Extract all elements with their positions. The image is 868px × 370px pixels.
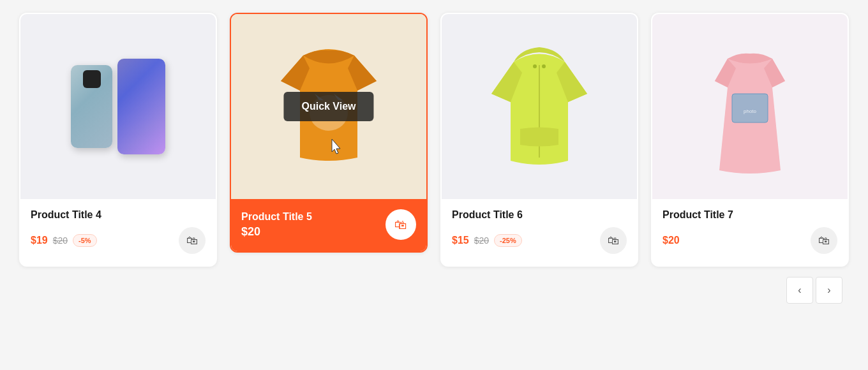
price-current-5: $20 [241, 225, 260, 238]
product-image-4 [20, 14, 216, 199]
price-badge-6: -25% [494, 234, 522, 247]
add-to-cart-5[interactable]: 🛍 [385, 209, 416, 240]
product-title-7: Product Title 7 [662, 209, 837, 221]
price-current-7: $20 [662, 235, 680, 246]
product-card-4: Product Title 4 $19 $20 -5% 🛍 [19, 13, 217, 267]
price-row-6: $15 $20 -25% 🛍 [452, 227, 627, 254]
product-card-5: Quick View Product Title 5 $20 🛍 [230, 13, 428, 253]
add-to-cart-7[interactable]: 🛍 [811, 227, 837, 254]
product-grid: Product Title 4 $19 $20 -5% 🛍 [13, 13, 855, 267]
hoodie-svg [479, 33, 600, 180]
price-group-4: $19 $20 -5% [31, 234, 97, 247]
product-card-6: Product Title 6 $15 $20 -25% 🛍 [440, 13, 638, 267]
product-info-4: Product Title 4 $19 $20 -5% 🛍 [20, 199, 216, 265]
price-original-4: $20 [53, 235, 68, 246]
price-group-7: $20 [662, 235, 680, 246]
product-title-5: Product Title 5 [241, 211, 312, 223]
prev-button[interactable]: ‹ [786, 277, 813, 304]
product-image-6 [442, 14, 637, 199]
next-button[interactable]: › [816, 277, 842, 304]
product-info-5: Product Title 5 $20 🛍 [231, 199, 426, 251]
cart-icon-6: 🛍 [608, 234, 619, 248]
price-original-6: $20 [474, 235, 489, 246]
svg-text:photo: photo [744, 108, 757, 114]
product-title-4: Product Title 4 [31, 209, 206, 221]
page-wrapper: Product Title 4 $19 $20 -5% 🛍 [13, 13, 855, 357]
cursor-indicator [329, 139, 344, 161]
quick-view-label: Quick View [301, 101, 355, 112]
product-image-7: photo [652, 14, 848, 199]
price-group-6: $15 $20 -25% [452, 234, 522, 247]
add-to-cart-4[interactable]: 🛍 [179, 227, 206, 254]
add-to-cart-6[interactable]: 🛍 [600, 227, 627, 254]
svg-point-5 [542, 64, 546, 68]
nav-arrows: ‹ › [786, 277, 842, 304]
product-card-7: photo Product Title 7 $20 🛍 [651, 13, 849, 267]
prev-icon: ‹ [798, 285, 801, 296]
next-icon: › [827, 285, 830, 296]
price-current-4: $19 [31, 235, 48, 246]
phone-body-1 [71, 65, 112, 148]
camera-bump [83, 70, 101, 88]
price-title-group-5: Product Title 5 $20 [241, 211, 312, 239]
dress-svg: photo [686, 33, 814, 180]
price-row-4: $19 $20 -5% 🛍 [31, 227, 206, 254]
phone-body-2 [117, 59, 165, 154]
price-row-7: $20 🛍 [662, 227, 837, 254]
product-info-6: Product Title 6 $15 $20 -25% 🛍 [442, 199, 637, 265]
price-current-6: $15 [452, 235, 469, 246]
product-info-7: Product Title 7 $20 🛍 [652, 199, 848, 265]
product-title-6: Product Title 6 [452, 209, 627, 221]
cart-icon-5: 🛍 [394, 218, 407, 232]
svg-point-4 [533, 64, 537, 68]
cart-icon-7: 🛍 [818, 234, 830, 248]
phone-image [71, 59, 165, 154]
product-image-5: Quick View [231, 14, 426, 199]
cart-icon-4: 🛍 [186, 234, 198, 248]
price-badge-4: -5% [73, 234, 97, 247]
quick-view-overlay[interactable]: Quick View [283, 92, 373, 121]
